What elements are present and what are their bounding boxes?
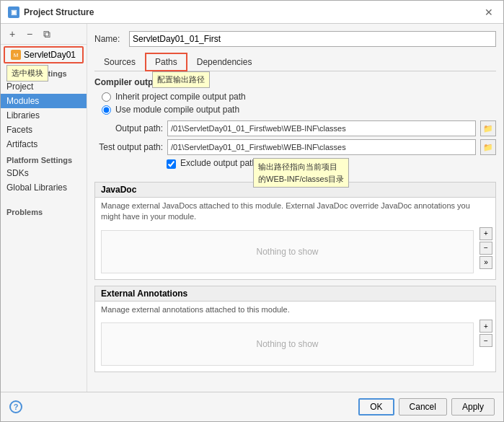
- external-annotations-section: External Annotations Manage external ann…: [94, 286, 496, 372]
- tab-sources[interactable]: Sources: [94, 53, 145, 71]
- inherit-radio-row: Inherit project compile output path: [102, 92, 496, 102]
- dialog-title: Project Structure: [24, 7, 94, 17]
- output-path-input[interactable]: [167, 120, 476, 136]
- output-path-row: Output path: 📁: [94, 120, 496, 136]
- remove-module-button[interactable]: −: [22, 27, 37, 41]
- exclude-checkbox-row: Exclude output paths 输出路径指向当前项目 的WEB-INF…: [167, 158, 496, 169]
- sidebar-item-artifacts[interactable]: Artifacts: [1, 137, 87, 151]
- module-tooltip: 选中模块: [6, 65, 48, 82]
- javadoc-side-buttons: + − »: [479, 227, 492, 276]
- title-bar: ▣ Project Structure ✕: [1, 1, 503, 24]
- sidebar-item-label: SDKs: [6, 168, 29, 178]
- name-label: Name:: [94, 34, 123, 44]
- sidebar: + − ⧉ M ServletDay01 选中模块 Project Settin…: [1, 24, 87, 392]
- exclude-label: Exclude output paths: [180, 158, 261, 168]
- exclude-tooltip: 输出路径指向当前项目 的WEB-INF/classes目录: [253, 158, 349, 188]
- copy-module-button[interactable]: ⧉: [40, 27, 54, 41]
- external-annotations-header: External Annotations: [95, 286, 495, 302]
- name-row: Name:: [94, 31, 496, 47]
- sidebar-item-label: Global Libraries: [6, 183, 67, 193]
- title-bar-left: ▣ Project Structure: [8, 6, 94, 18]
- add-module-button[interactable]: +: [5, 27, 19, 41]
- radio-group: Inherit project compile output path Use …: [102, 92, 496, 115]
- external-annotations-list-area: Nothing to show + −: [95, 317, 495, 372]
- sidebar-module-area: M ServletDay01 选中模块: [1, 45, 87, 65]
- javadoc-list: Nothing to show: [101, 230, 474, 273]
- javadoc-add-button[interactable]: +: [479, 227, 492, 240]
- test-output-path-input[interactable]: [167, 139, 476, 155]
- external-annotations-description: Manage external annotations attached to …: [95, 302, 495, 317]
- use-module-label: Use module compile output path: [115, 105, 239, 115]
- module-item-label: ServletDay01: [24, 50, 76, 60]
- external-annotations-list: Nothing to show: [101, 322, 474, 366]
- sidebar-item-label: Artifacts: [6, 139, 37, 149]
- external-annotations-remove-button[interactable]: −: [479, 334, 492, 347]
- javadoc-description: Manage external JavaDocs attached to thi…: [95, 198, 495, 224]
- help-button[interactable]: ?: [9, 400, 22, 413]
- module-item-servletday01[interactable]: M ServletDay01: [4, 46, 84, 63]
- external-annotations-nothing-label: Nothing to show: [256, 339, 318, 349]
- name-input[interactable]: [129, 31, 496, 47]
- javadoc-more-button[interactable]: »: [479, 256, 492, 269]
- javadoc-list-area: Nothing to show + − »: [95, 224, 495, 279]
- output-path-label: Output path:: [94, 123, 163, 133]
- apply-button[interactable]: Apply: [451, 398, 495, 416]
- tab-dependencies[interactable]: Dependencies: [187, 53, 262, 71]
- use-module-radio[interactable]: [102, 105, 111, 115]
- module-icon: M: [11, 50, 21, 60]
- exclude-checkbox[interactable]: [167, 159, 176, 169]
- sidebar-item-sdks[interactable]: SDKs: [1, 166, 87, 180]
- sidebar-item-project[interactable]: Project: [1, 79, 87, 94]
- external-annotations-list-wrapper: Nothing to show: [98, 320, 477, 369]
- test-output-path-row: Test output path: 📁: [94, 139, 496, 155]
- inherit-label: Inherit project compile output path: [115, 92, 246, 102]
- sidebar-item-libraries[interactable]: Libraries: [1, 108, 87, 123]
- tab-paths[interactable]: Paths: [145, 53, 187, 71]
- sidebar-item-label: Project: [6, 82, 33, 92]
- problems-header: Problems: [1, 203, 87, 218]
- test-output-path-label: Test output path:: [94, 142, 163, 152]
- tabs-row: Sources Paths Dependencies 配置输出路径: [94, 53, 496, 71]
- test-output-path-browse-button[interactable]: 📁: [480, 139, 496, 155]
- javadoc-nothing-label: Nothing to show: [256, 247, 318, 257]
- app-icon: ▣: [8, 6, 19, 18]
- external-annotations-add-button[interactable]: +: [479, 320, 492, 333]
- tab-tooltip: 配置输出路径: [152, 71, 210, 88]
- javadoc-list-wrapper: Nothing to show: [98, 227, 477, 276]
- sidebar-item-label: Facets: [6, 125, 32, 135]
- sidebar-item-label: Libraries: [6, 110, 40, 120]
- sidebar-item-facets[interactable]: Facets: [1, 123, 87, 137]
- main-content: + − ⧉ M ServletDay01 选中模块 Project Settin…: [1, 24, 503, 392]
- platform-settings-header: Platform Settings: [1, 151, 87, 166]
- use-module-radio-row: Use module compile output path: [102, 105, 496, 115]
- close-button[interactable]: ✕: [482, 5, 496, 19]
- project-structure-dialog: ▣ Project Structure ✕ + − ⧉ M ServletDay…: [0, 0, 504, 422]
- compiler-output-section: Compiler output Inherit project compile …: [94, 77, 496, 175]
- inherit-radio[interactable]: [102, 92, 111, 102]
- right-panel: Name: Sources Paths Dependencies 配置输出路径 …: [87, 24, 503, 392]
- sidebar-item-modules[interactable]: Modules: [1, 94, 87, 108]
- output-path-browse-button[interactable]: 📁: [480, 120, 496, 136]
- javadoc-remove-button[interactable]: −: [479, 242, 492, 255]
- sidebar-toolbar: + − ⧉: [1, 24, 87, 45]
- external-annotations-side-buttons: + −: [479, 320, 492, 369]
- sidebar-item-global-libraries[interactable]: Global Libraries: [1, 180, 87, 195]
- cancel-button[interactable]: Cancel: [399, 398, 447, 416]
- bottom-bar: ? OK Cancel Apply: [1, 392, 503, 421]
- javadoc-section: JavaDoc Manage external JavaDocs attache…: [94, 182, 496, 280]
- sidebar-item-label: Modules: [6, 96, 39, 106]
- ok-button[interactable]: OK: [358, 398, 394, 416]
